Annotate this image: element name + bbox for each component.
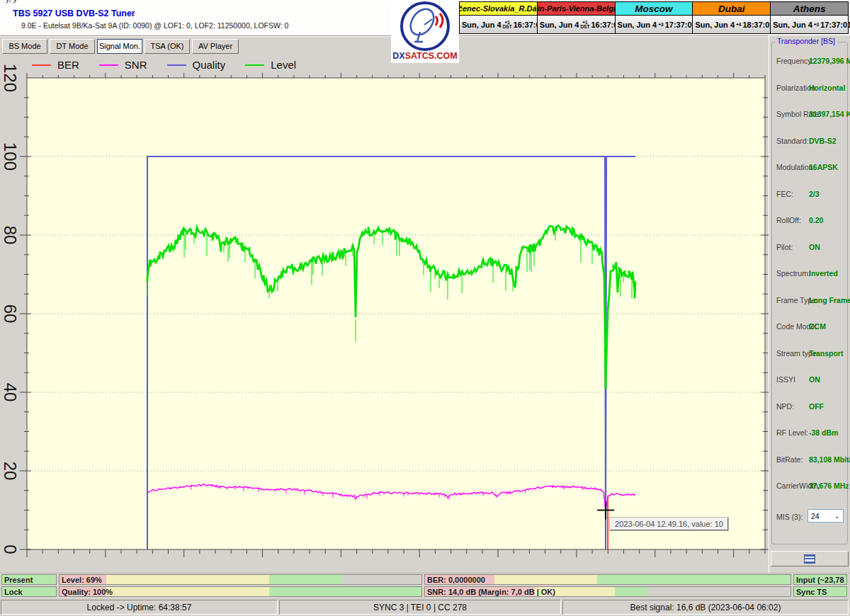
tab-dt-mode[interactable]: DT Mode: [50, 39, 95, 54]
mis-value: 24: [811, 512, 820, 520]
world-clocks: Lučenec-Slovakia_R.DávidSun, Jun 4+1DST1…: [459, 1, 849, 34]
y-axis-label: 40: [0, 371, 20, 413]
signal-status-bars: PresentLevel: 69%BER: 0,0000000Input (~2…: [0, 573, 850, 598]
progress-bar: Level: 69%: [59, 574, 422, 585]
y-axis-label: 20: [0, 450, 20, 492]
clock-date: Sun, Jun 4: [695, 21, 735, 29]
tbs-tuner-window: y, y TBS 5927 USB DVB-S2 Tuner 9.0E - Eu…: [0, 0, 850, 616]
clipped-top-text: y, y: [6, 0, 91, 3]
progress-bar-label: BER: 0,0000000: [427, 576, 485, 584]
field-value: 83,108 Mbit/s: [809, 455, 850, 464]
progress-bar: Lock: [1, 586, 57, 597]
transponder-groupbox: Transponder [BS] MIS (3): 24 ⌄ Frequency…: [771, 42, 848, 544]
clock-time: 18:37:01: [742, 21, 774, 29]
field-value: ON: [809, 375, 820, 384]
field-label: NPD:: [776, 402, 794, 411]
field-value: 37,676 MHz: [809, 481, 849, 490]
y-axis-label: 0: [0, 528, 20, 571]
statusbar-section: SYNC 3 | TEI 0 | CC 278: [279, 600, 561, 615]
clock-time: 17:37:01: [820, 21, 850, 29]
legend-swatch: [245, 64, 264, 66]
field-value: Horizontal: [809, 84, 845, 92]
field-label: RF Level:: [776, 428, 808, 437]
tuner-title: TBS 5927 USB DVB-S2 Tuner: [13, 8, 135, 18]
tab-signal-mon-[interactable]: Signal Mon.: [97, 39, 142, 54]
legend-item-level: Level: [245, 59, 296, 71]
clock-time: 17:37:01: [665, 21, 696, 29]
stream-list-icon: [804, 554, 815, 564]
legend-label: Quality: [193, 59, 226, 71]
legend-swatch: [167, 64, 186, 66]
chart-legend: BERSNRQualityLevel: [32, 59, 316, 71]
field-value: CCM: [809, 322, 826, 331]
legend-label: Level: [271, 59, 296, 71]
clock-time-row: Sun, Jun 4+1DST16:37:01: [460, 16, 537, 33]
progress-bar-label: Lock: [4, 588, 23, 596]
mode-tabstrip: BS ModeDT ModeSignal Mon.TSA (OK)AV Play…: [0, 35, 769, 57]
field-label: BitRate:: [776, 455, 803, 464]
signal-monitor-chart[interactable]: BERSNRQualityLevel 0204060801001202023-0…: [0, 57, 769, 572]
clock-utc-offset: +1DST: [503, 21, 512, 29]
y-axis-label: 120: [0, 57, 20, 99]
mis-select[interactable]: 24 ⌄: [808, 509, 844, 523]
field-value: 0.20: [809, 216, 823, 224]
progress-bar-label: Sync TS: [796, 588, 827, 596]
legend-label: BER: [57, 59, 79, 71]
tab-bs-mode[interactable]: BS Mode: [2, 39, 47, 54]
clock-city-label: Athens: [771, 2, 848, 16]
field-label: Spectrum:: [776, 269, 810, 278]
clock-1: Berlin-Paris-Vienna-BelgradeSun, Jun 4+1…: [538, 2, 615, 33]
clock-city-label: Lučenec-Slovakia_R.Dávid: [460, 2, 537, 16]
legend-item-quality: Quality: [167, 59, 226, 71]
clock-4: AthensSun, Jun 4+317:37:01: [771, 2, 848, 33]
progress-bar-label: Quality: 100%: [62, 588, 113, 596]
field-value: -38 dBm: [809, 428, 838, 437]
chart-tooltip: 2023-06-04 12.49.16, value: 10: [610, 518, 728, 530]
legend-item-ber: BER: [32, 59, 79, 71]
clock-2: MoscowSun, Jun 4+317:37:01: [616, 2, 693, 33]
logo-wordmark: DXSATCS.COM: [392, 52, 457, 61]
progress-bar: Present: [1, 574, 57, 585]
field-value: Long Frame: [809, 296, 850, 304]
field-value: 16APSK: [809, 163, 838, 171]
field-label: Frequency:: [776, 57, 814, 65]
progress-bar: Input (~23,78 Mbps): [793, 574, 847, 585]
transponder-sidebar: Transponder [BS] MIS (3): 24 ⌄ Frequency…: [769, 35, 850, 574]
satellite-lof-subtitle: 9.0E - Eutelsat 9B/Ka-Sat 9A (ID: 0090) …: [21, 21, 288, 30]
field-label: Pilot:: [776, 243, 793, 251]
chart-canvas[interactable]: [0, 57, 769, 572]
field-value: DVB-S2: [809, 137, 837, 145]
progress-bar: SNR: 14,0 dB (Margin: 7,0 dB | OK): [424, 586, 791, 597]
progress-bar: Quality: 100%: [59, 586, 422, 597]
clock-date: Sun, Jun 4: [462, 21, 502, 29]
progress-bar: BER: 0,0000000: [424, 574, 791, 585]
clock-utc-offset: +3: [658, 23, 663, 27]
statusbar-section: Best signal: 16,6 dB (2023-06-04 06:02): [562, 600, 849, 615]
field-label: FEC:: [776, 190, 793, 198]
legend-label: SNR: [125, 59, 147, 71]
statusbar-section: Locked -> Uptime: 64:38:57: [1, 600, 278, 615]
field-value: ON: [809, 243, 820, 251]
field-value: OFF: [809, 402, 824, 411]
field-value: 2/3: [809, 190, 820, 198]
field-label: RollOff:: [776, 216, 801, 224]
clock-utc-offset: +4: [736, 23, 741, 27]
progress-bar-label: Input (~23,78 Mbps): [796, 576, 847, 584]
progress-bar-label: SNR: 14,0 dB (Margin: 7,0 dB | OK): [427, 588, 555, 596]
legend-item-snr: SNR: [99, 59, 147, 71]
tab-tsa-ok-[interactable]: TSA (OK): [144, 39, 190, 54]
clock-city-label: Moscow: [616, 2, 693, 16]
clock-date: Sun, Jun 4: [540, 21, 579, 29]
statusbar: Locked -> Uptime: 64:38:57SYNC 3 | TEI 0…: [0, 598, 850, 616]
field-value: 12379,396 MHz: [809, 57, 850, 65]
stream-list-button[interactable]: [771, 551, 849, 566]
field-value: Inverted: [809, 269, 838, 278]
groupbox-title: Transponder [BS]: [775, 37, 837, 45]
bar-row: PresentLevel: 69%BER: 0,0000000Input (~2…: [0, 574, 850, 585]
clock-time-row: Sun, Jun 4+1DST16:37:01: [538, 16, 615, 33]
field-value: Transport: [809, 349, 843, 358]
clock-date: Sun, Jun 4: [773, 21, 812, 29]
progress-bar-label: Level: 69%: [62, 576, 102, 584]
tab-av-player[interactable]: AV Player: [192, 39, 239, 54]
chevron-down-icon: ⌄: [834, 512, 840, 520]
